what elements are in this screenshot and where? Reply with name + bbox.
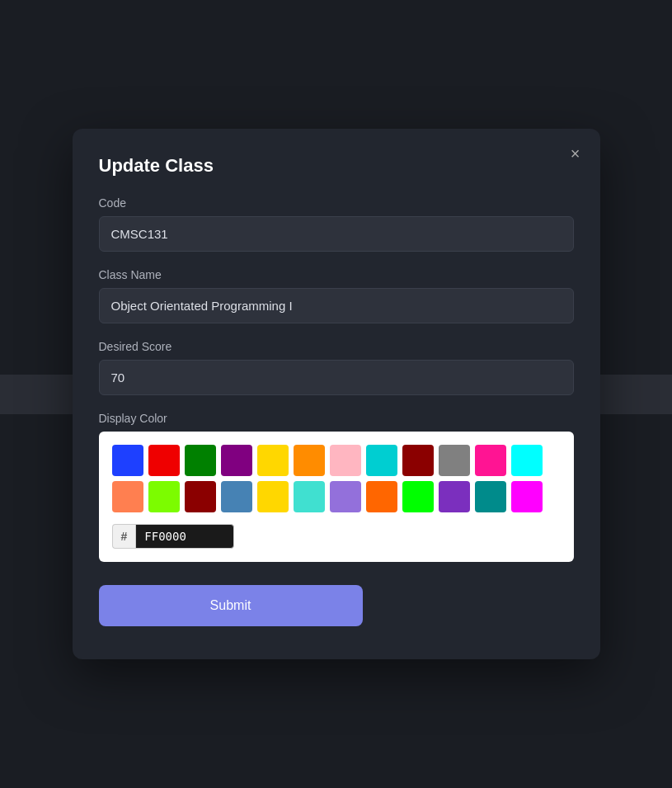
submit-button[interactable]: Submit bbox=[99, 585, 363, 626]
code-label: Code bbox=[99, 196, 574, 210]
desired-score-input[interactable] bbox=[99, 360, 574, 395]
color-swatch[interactable] bbox=[366, 481, 397, 512]
color-swatch[interactable] bbox=[257, 445, 289, 476]
color-swatch[interactable] bbox=[112, 445, 143, 476]
color-swatch[interactable] bbox=[221, 481, 252, 512]
modal-overlay: × Update Class Code Class Name Desired S… bbox=[0, 0, 672, 788]
color-swatch[interactable] bbox=[402, 445, 434, 476]
color-swatch[interactable] bbox=[112, 481, 143, 512]
hex-input-row: # bbox=[112, 524, 561, 549]
color-grid bbox=[112, 445, 561, 512]
color-swatch[interactable] bbox=[221, 445, 252, 476]
color-swatch[interactable] bbox=[475, 445, 506, 476]
display-color-label: Display Color bbox=[99, 412, 574, 425]
color-swatch[interactable] bbox=[439, 445, 470, 476]
class-name-input[interactable] bbox=[99, 288, 574, 323]
class-name-field-group: Class Name bbox=[99, 268, 574, 323]
color-swatch[interactable] bbox=[148, 445, 180, 476]
color-swatch[interactable] bbox=[294, 481, 325, 512]
color-swatch[interactable] bbox=[330, 445, 361, 476]
color-swatch[interactable] bbox=[402, 481, 434, 512]
color-swatch[interactable] bbox=[185, 481, 216, 512]
modal-title: Update Class bbox=[99, 155, 574, 177]
color-swatch[interactable] bbox=[294, 445, 325, 476]
color-swatch[interactable] bbox=[511, 445, 543, 476]
color-swatch[interactable] bbox=[257, 481, 289, 512]
color-picker-box: # bbox=[99, 432, 574, 562]
hex-hash-symbol: # bbox=[112, 524, 136, 549]
color-swatch[interactable] bbox=[366, 445, 397, 476]
desired-score-label: Desired Score bbox=[99, 340, 574, 353]
code-input[interactable] bbox=[99, 216, 574, 252]
class-name-label: Class Name bbox=[99, 268, 574, 281]
color-swatch[interactable] bbox=[439, 481, 470, 512]
color-swatch[interactable] bbox=[511, 481, 543, 512]
color-swatch[interactable] bbox=[475, 481, 506, 512]
color-swatch[interactable] bbox=[148, 481, 180, 512]
color-swatch[interactable] bbox=[185, 445, 216, 476]
desired-score-field-group: Desired Score bbox=[99, 340, 574, 395]
display-color-field-group: Display Color # bbox=[99, 412, 574, 562]
update-class-modal: × Update Class Code Class Name Desired S… bbox=[73, 129, 600, 659]
code-field-group: Code bbox=[99, 196, 574, 252]
close-button[interactable]: × bbox=[567, 142, 584, 165]
hex-input[interactable] bbox=[135, 524, 234, 549]
color-swatch[interactable] bbox=[330, 481, 361, 512]
